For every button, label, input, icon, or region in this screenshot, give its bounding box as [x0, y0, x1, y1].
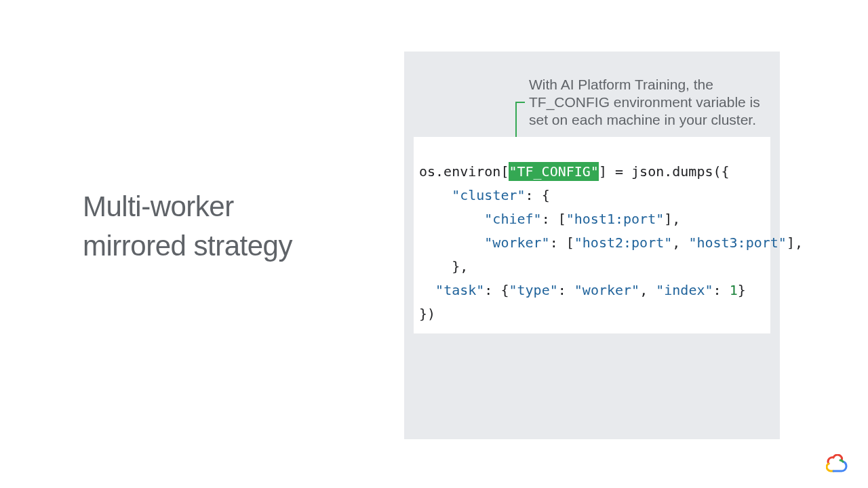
- title-line-1: Multi-worker: [83, 187, 292, 226]
- highlighted-env-var: "TF_CONFIG": [509, 162, 598, 181]
- slide: Multi-worker mirrored strategy With AI P…: [0, 0, 868, 488]
- code-snippet: os.environ["TF_CONFIG"] = json.dumps({ "…: [419, 160, 803, 326]
- slide-title: Multi-worker mirrored strategy: [83, 187, 292, 266]
- title-line-2: mirrored strategy: [83, 226, 292, 266]
- google-cloud-icon: [826, 454, 849, 473]
- annotation-text: With AI Platform Training, the TF_CONFIG…: [529, 76, 773, 129]
- annotation-leader-line: [515, 102, 525, 103]
